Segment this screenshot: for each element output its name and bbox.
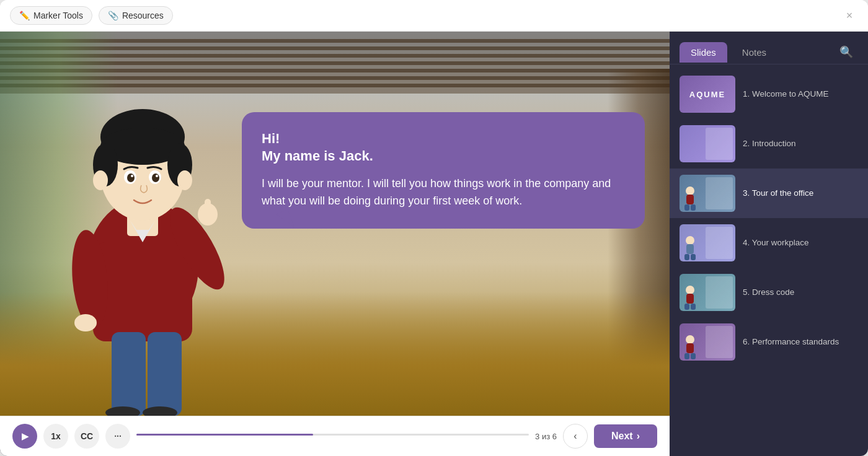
slide-viewport: Hi! My name is Jack. I will be your ment… — [0, 32, 670, 416]
slide-item-6[interactable]: 6. Performance standards — [670, 317, 868, 367]
svg-point-20 — [127, 173, 135, 182]
svg-point-6 — [74, 314, 97, 331]
more-icon: ··· — [114, 431, 122, 441]
next-label: Next — [611, 431, 633, 442]
search-icon[interactable]: 🔍 — [835, 40, 858, 64]
slide-thumb-5 — [680, 274, 735, 311]
cc-label: CC — [81, 431, 93, 441]
slide-thumb-2 — [680, 125, 735, 162]
cc-button[interactable]: CC — [74, 424, 99, 449]
slide-item-4[interactable]: 4. Your workplace — [670, 218, 868, 268]
svg-rect-8 — [205, 199, 211, 216]
slide-3-content — [706, 177, 733, 209]
speech-hi: Hi! — [262, 131, 626, 147]
slide-6-content — [706, 326, 733, 358]
top-bar: ✏️ Marker Tools 📎 Resources × — [0, 0, 868, 32]
slide-1-logo: AQUME — [689, 90, 725, 99]
marker-icon: ✏️ — [19, 11, 30, 20]
svg-rect-41 — [691, 353, 696, 359]
play-button[interactable]: ▶ — [12, 424, 37, 449]
svg-rect-32 — [684, 254, 689, 260]
svg-point-38 — [686, 335, 694, 344]
main-layout: Hi! My name is Jack. I will be your ment… — [0, 32, 868, 456]
thumb-6-char — [683, 335, 697, 359]
slide-thumb-6 — [680, 323, 735, 361]
prev-button[interactable]: ‹ — [563, 424, 588, 449]
marker-tools-button[interactable]: ✏️ Marker Tools — [10, 6, 92, 25]
svg-rect-39 — [686, 343, 694, 353]
svg-point-23 — [156, 175, 158, 177]
jack-svg — [50, 56, 236, 416]
sidebar-tabs: Slides Notes 🔍 — [670, 32, 868, 64]
svg-point-25 — [177, 170, 192, 190]
next-button[interactable]: Next › — [594, 424, 657, 448]
svg-point-22 — [131, 175, 133, 177]
svg-rect-36 — [684, 304, 689, 310]
progress-track — [136, 434, 529, 436]
slide-2-content — [706, 128, 733, 160]
close-button[interactable]: × — [841, 7, 858, 24]
svg-point-30 — [686, 236, 694, 245]
slide-item-5[interactable]: 5. Dress code — [670, 268, 868, 317]
slide-thumb-4 — [680, 224, 735, 261]
app-container: ✏️ Marker Tools 📎 Resources × — [0, 0, 868, 456]
slide-thumb-1: AQUME — [680, 76, 735, 113]
tab-notes[interactable]: Notes — [731, 42, 777, 63]
sidebar: Slides Notes 🔍 AQUME 1. Welcome to AQUME — [670, 32, 868, 456]
svg-point-34 — [686, 286, 694, 294]
slide-label-4: 4. Your workplace — [743, 237, 858, 249]
slide-label-1: 1. Welcome to AQUME — [743, 89, 858, 100]
svg-point-26 — [686, 186, 694, 195]
svg-point-24 — [93, 170, 108, 190]
thumb-5-char — [683, 285, 697, 310]
slide-label-6: 6. Performance standards — [743, 336, 858, 348]
slide-5-content — [706, 276, 733, 309]
tab-slides[interactable]: Slides — [680, 42, 727, 63]
svg-rect-10 — [148, 332, 182, 416]
resources-button[interactable]: 📎 Resources — [99, 6, 173, 25]
slide-thumb-3 — [680, 175, 735, 212]
marker-tools-label: Marker Tools — [33, 11, 83, 20]
svg-rect-33 — [691, 254, 696, 260]
svg-rect-28 — [684, 204, 689, 211]
resources-label: Resources — [122, 11, 164, 20]
slide-item-2[interactable]: 2. Introduction — [670, 119, 868, 169]
paperclip-icon: 📎 — [108, 11, 118, 20]
slide-item-1[interactable]: AQUME 1. Welcome to AQUME — [670, 69, 868, 119]
svg-rect-29 — [691, 204, 696, 211]
speech-desc: I will be your mentor. I will tell you h… — [262, 175, 626, 210]
slide-item-3[interactable]: 3. Tour of the office — [670, 169, 868, 218]
svg-rect-9 — [112, 332, 146, 416]
slide-label-2: 2. Introduction — [743, 138, 858, 150]
svg-rect-40 — [684, 353, 689, 359]
page-indicator: 3 из 6 — [535, 432, 557, 441]
svg-point-21 — [152, 173, 159, 182]
play-icon: ▶ — [22, 431, 29, 441]
svg-rect-27 — [686, 195, 694, 204]
prev-icon: ‹ — [574, 431, 577, 442]
svg-rect-31 — [686, 244, 694, 254]
slides-list: AQUME 1. Welcome to AQUME 2. Introductio… — [670, 64, 868, 456]
progress-fill — [136, 434, 313, 436]
more-button[interactable]: ··· — [105, 424, 130, 449]
slide-label-3: 3. Tour of the office — [743, 188, 858, 200]
progress-bar-container — [136, 434, 529, 439]
slide-label-5: 5. Dress code — [743, 287, 858, 299]
bottom-controls: ▶ 1x CC ··· 3 из 6 ‹ — [0, 416, 670, 456]
next-icon: › — [637, 431, 640, 442]
thumb-4-char — [683, 235, 697, 260]
speech-name: My name is Jack. — [262, 148, 626, 164]
svg-rect-3 — [93, 242, 192, 341]
svg-rect-37 — [691, 304, 696, 310]
content-area: Hi! My name is Jack. I will be your ment… — [0, 32, 670, 456]
thumb-3-char — [683, 186, 697, 211]
speed-button[interactable]: 1x — [43, 424, 68, 449]
svg-rect-35 — [686, 294, 694, 304]
speech-bubble: Hi! My name is Jack. I will be your ment… — [242, 112, 645, 229]
slide-4-content — [706, 227, 733, 259]
speed-label: 1x — [51, 431, 61, 441]
character-jack — [37, 32, 248, 416]
